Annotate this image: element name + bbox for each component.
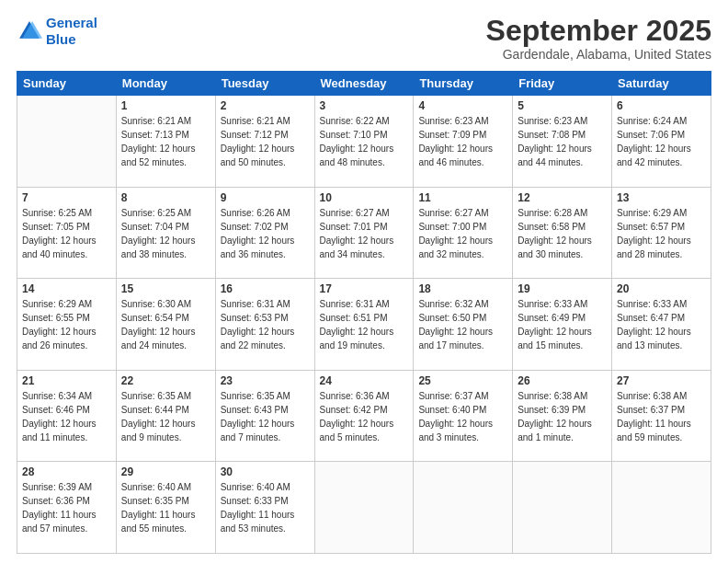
- cell-info: Sunrise: 6:25 AMSunset: 7:04 PMDaylight:…: [121, 206, 210, 261]
- info-line: Sunset: 6:33 PM: [221, 494, 310, 508]
- cell-info: Sunrise: 6:33 AMSunset: 6:47 PMDaylight:…: [617, 297, 706, 352]
- day-number: 8: [121, 191, 210, 204]
- info-line: Sunset: 7:00 PM: [418, 220, 507, 234]
- info-line: Daylight: 12 hours: [221, 142, 310, 155]
- calendar-table: Sunday Monday Tuesday Wednesday Thursday…: [17, 71, 711, 554]
- info-line: and 1 minute.: [518, 431, 607, 444]
- day-number: 7: [22, 191, 111, 204]
- cell-info: Sunrise: 6:21 AMSunset: 7:12 PMDaylight:…: [221, 114, 310, 169]
- info-line: Sunset: 6:40 PM: [418, 403, 507, 417]
- day-number: 24: [320, 374, 409, 387]
- col-thursday: Thursday: [414, 72, 513, 96]
- day-number: 6: [617, 99, 706, 112]
- info-line: Sunrise: 6:22 AM: [320, 114, 409, 128]
- info-line: Daylight: 12 hours: [121, 417, 210, 431]
- day-number: 25: [418, 374, 507, 387]
- day-number: 11: [418, 191, 507, 204]
- calendar-cell: 22Sunrise: 6:35 AMSunset: 6:44 PMDayligh…: [116, 370, 215, 462]
- info-line: Sunrise: 6:27 AM: [320, 206, 409, 220]
- info-line: Sunrise: 6:33 AM: [518, 297, 607, 311]
- calendar-cell: 29Sunrise: 6:40 AMSunset: 6:35 PMDayligh…: [116, 462, 215, 554]
- cell-info: Sunrise: 6:38 AMSunset: 6:39 PMDaylight:…: [518, 389, 607, 444]
- logo-icon: [17, 18, 42, 44]
- logo-text: General Blue: [46, 15, 97, 48]
- info-line: and 44 minutes.: [518, 155, 607, 169]
- day-number: 27: [617, 374, 706, 387]
- info-line: and 19 minutes.: [320, 339, 409, 352]
- cell-info: Sunrise: 6:38 AMSunset: 6:37 PMDaylight:…: [617, 389, 706, 444]
- cell-info: Sunrise: 6:35 AMSunset: 6:44 PMDaylight:…: [121, 389, 210, 444]
- cell-info: Sunrise: 6:29 AMSunset: 6:55 PMDaylight:…: [22, 297, 111, 352]
- calendar-cell: [513, 462, 612, 554]
- day-number: 1: [121, 99, 210, 112]
- info-line: Sunrise: 6:28 AM: [518, 206, 607, 220]
- info-line: Daylight: 12 hours: [121, 142, 210, 155]
- info-line: Sunrise: 6:30 AM: [121, 297, 210, 311]
- info-line: Sunrise: 6:39 AM: [22, 480, 111, 494]
- info-line: Sunrise: 6:21 AM: [221, 114, 310, 128]
- calendar-cell: 13Sunrise: 6:29 AMSunset: 6:57 PMDayligh…: [612, 187, 711, 279]
- info-line: Sunset: 6:42 PM: [320, 403, 409, 417]
- info-line: and 7 minutes.: [221, 431, 310, 444]
- cell-info: Sunrise: 6:34 AMSunset: 6:46 PMDaylight:…: [22, 389, 111, 444]
- info-line: and 48 minutes.: [320, 155, 409, 169]
- day-number: 14: [22, 282, 111, 295]
- calendar-cell: 11Sunrise: 6:27 AMSunset: 7:00 PMDayligh…: [414, 187, 513, 279]
- info-line: Daylight: 12 hours: [22, 417, 111, 431]
- info-line: Daylight: 11 hours: [221, 508, 310, 522]
- cell-info: Sunrise: 6:29 AMSunset: 6:57 PMDaylight:…: [617, 206, 706, 261]
- cell-info: Sunrise: 6:37 AMSunset: 6:40 PMDaylight:…: [418, 389, 507, 444]
- calendar-cell: [414, 462, 513, 554]
- info-line: Daylight: 12 hours: [320, 417, 409, 431]
- info-line: Daylight: 12 hours: [418, 325, 507, 339]
- info-line: Sunset: 6:46 PM: [22, 403, 111, 417]
- info-line: Daylight: 12 hours: [221, 325, 310, 339]
- info-line: Daylight: 12 hours: [22, 234, 111, 247]
- day-number: 20: [617, 282, 706, 295]
- info-line: and 28 minutes.: [617, 247, 706, 261]
- calendar-cell: 26Sunrise: 6:38 AMSunset: 6:39 PMDayligh…: [513, 370, 612, 462]
- info-line: and 32 minutes.: [418, 247, 507, 261]
- info-line: Sunset: 6:39 PM: [518, 403, 607, 417]
- info-line: Sunrise: 6:33 AM: [617, 297, 706, 311]
- info-line: and 17 minutes.: [418, 339, 507, 352]
- col-wednesday: Wednesday: [314, 72, 414, 96]
- calendar-cell: 14Sunrise: 6:29 AMSunset: 6:55 PMDayligh…: [17, 279, 117, 371]
- day-number: 10: [320, 191, 409, 204]
- day-number: 26: [518, 374, 607, 387]
- info-line: Daylight: 12 hours: [121, 234, 210, 247]
- day-number: 2: [221, 99, 310, 112]
- calendar-cell: 1Sunrise: 6:21 AMSunset: 7:13 PMDaylight…: [116, 96, 215, 188]
- info-line: Sunset: 6:50 PM: [418, 311, 507, 325]
- info-line: and 52 minutes.: [121, 155, 210, 169]
- cell-info: Sunrise: 6:27 AMSunset: 7:00 PMDaylight:…: [418, 206, 507, 261]
- info-line: Sunset: 6:51 PM: [320, 311, 409, 325]
- info-line: Sunrise: 6:37 AM: [418, 389, 507, 403]
- info-line: and 11 minutes.: [22, 431, 111, 444]
- cell-info: Sunrise: 6:23 AMSunset: 7:08 PMDaylight:…: [518, 114, 607, 169]
- info-line: Daylight: 11 hours: [22, 508, 111, 522]
- info-line: Daylight: 12 hours: [320, 234, 409, 247]
- cell-info: Sunrise: 6:40 AMSunset: 6:35 PMDaylight:…: [121, 480, 210, 535]
- calendar-cell: [314, 462, 414, 554]
- info-line: Sunrise: 6:35 AM: [221, 389, 310, 403]
- cell-info: Sunrise: 6:22 AMSunset: 7:10 PMDaylight:…: [320, 114, 409, 169]
- calendar-cell: 2Sunrise: 6:21 AMSunset: 7:12 PMDaylight…: [215, 96, 314, 188]
- info-line: and 40 minutes.: [22, 247, 111, 261]
- info-line: Sunrise: 6:35 AM: [121, 389, 210, 403]
- col-tuesday: Tuesday: [215, 72, 314, 96]
- day-number: 17: [320, 282, 409, 295]
- info-line: and 24 minutes.: [121, 339, 210, 352]
- col-saturday: Saturday: [612, 72, 711, 96]
- cell-info: Sunrise: 6:32 AMSunset: 6:50 PMDaylight:…: [418, 297, 507, 352]
- info-line: Sunset: 6:47 PM: [617, 311, 706, 325]
- day-number: 22: [121, 374, 210, 387]
- info-line: Sunset: 6:53 PM: [221, 311, 310, 325]
- calendar-cell: 30Sunrise: 6:40 AMSunset: 6:33 PMDayligh…: [215, 462, 314, 554]
- week-row-1: 1Sunrise: 6:21 AMSunset: 7:13 PMDaylight…: [17, 96, 711, 188]
- cell-info: Sunrise: 6:35 AMSunset: 6:43 PMDaylight:…: [221, 389, 310, 444]
- info-line: Sunrise: 6:29 AM: [617, 206, 706, 220]
- info-line: and 57 minutes.: [22, 522, 111, 535]
- info-line: Daylight: 12 hours: [418, 234, 507, 247]
- calendar-cell: 3Sunrise: 6:22 AMSunset: 7:10 PMDaylight…: [314, 96, 414, 188]
